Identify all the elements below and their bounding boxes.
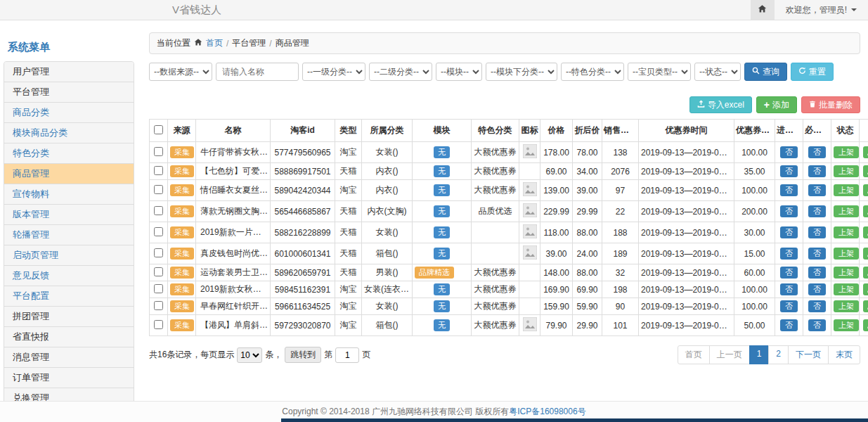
import-select-toggle[interactable]: 否 <box>780 165 798 177</box>
page-prev-button[interactable]: 上一页 <box>709 345 750 364</box>
filter-select[interactable]: --状态-- <box>694 63 741 81</box>
import-excel-button[interactable]: 导入excel <box>689 96 752 113</box>
filter-select[interactable]: --宝贝类型-- <box>628 63 691 81</box>
sidebar-subitem-promo-materials[interactable]: 宣传物料 <box>4 184 134 205</box>
add-button[interactable]: + 添加 <box>756 96 797 113</box>
jump-button[interactable]: 跳转到 <box>285 347 321 363</box>
coupon-time: 2019-09-13—2019-09-17 <box>639 298 734 315</box>
row-select-cell <box>150 163 168 180</box>
import-select-toggle[interactable]: 否 <box>780 283 798 295</box>
edit-button[interactable] <box>863 283 868 295</box>
row-checkbox[interactable] <box>154 206 163 215</box>
batch-delete-button[interactable]: 批量删除 <box>801 96 860 113</box>
module-cell: 品牌精选爱上运动 <box>413 264 472 281</box>
edit-button[interactable] <box>863 248 868 260</box>
status-button[interactable]: 上架 <box>834 283 859 295</box>
filter-select[interactable]: --数据来源-- <box>149 63 212 81</box>
must-buy-toggle[interactable]: 否 <box>808 146 826 158</box>
sidebar-item-order-mgmt[interactable]: 订单管理 <box>4 368 134 388</box>
must-buy-toggle[interactable]: 否 <box>808 165 826 177</box>
icp-link[interactable]: 粤ICP备16098006号 <box>509 406 585 418</box>
must-buy-toggle[interactable]: 否 <box>808 205 826 217</box>
icon-cell <box>519 281 540 298</box>
sidebar-subitem-splash-page-mgmt[interactable]: 启动页管理 <box>4 245 134 266</box>
must-buy-toggle[interactable]: 否 <box>808 283 826 295</box>
select-all-checkbox[interactable] <box>154 125 163 134</box>
jump-page-input[interactable] <box>335 347 359 363</box>
row-checkbox[interactable] <box>154 301 163 310</box>
row-checkbox[interactable] <box>154 185 163 194</box>
product-category: 女装() <box>362 298 413 315</box>
import-select-toggle[interactable]: 否 <box>780 267 798 279</box>
must-buy-toggle[interactable]: 否 <box>808 267 826 279</box>
filter-select[interactable]: --模块-- <box>436 63 482 81</box>
status-button[interactable]: 上架 <box>834 205 859 217</box>
reset-button[interactable]: 重置 <box>791 63 834 81</box>
status-button[interactable]: 上架 <box>834 146 859 158</box>
edit-button[interactable] <box>863 146 868 158</box>
sidebar-item-exchange-mgmt[interactable]: 兑换管理 <box>4 388 134 401</box>
sidebar-subitem-platform-config[interactable]: 平台配置 <box>4 286 134 307</box>
status-button[interactable]: 上架 <box>834 300 859 312</box>
import-select-toggle[interactable]: 否 <box>780 319 798 331</box>
import-select-toggle[interactable]: 否 <box>780 248 798 260</box>
breadcrumb-home-link[interactable]: 首页 <box>206 37 223 49</box>
sidebar-item-platform-mgmt[interactable]: 平台管理 <box>4 82 134 103</box>
search-button[interactable]: 查询 <box>744 63 787 81</box>
status-button[interactable]: 上架 <box>834 267 859 279</box>
must-buy-toggle[interactable]: 否 <box>808 300 826 312</box>
sidebar-item-group-buy-mgmt[interactable]: 拼团管理 <box>4 307 134 327</box>
sidebar-subitem-goods-category[interactable]: 商品分类 <box>4 103 134 123</box>
import-select-toggle[interactable]: 否 <box>780 146 798 158</box>
page-next-button[interactable]: 下一页 <box>788 345 829 364</box>
row-checkbox[interactable] <box>154 166 163 175</box>
row-checkbox[interactable] <box>154 227 163 236</box>
must-buy-toggle[interactable]: 否 <box>808 184 826 196</box>
edit-button[interactable] <box>863 267 868 279</box>
sidebar-item-express-report[interactable]: 省直快报 <box>4 327 134 347</box>
page-1-button[interactable]: 1 <box>749 345 770 364</box>
edit-button[interactable] <box>863 184 868 196</box>
edit-button[interactable] <box>863 300 868 312</box>
page-size-select[interactable]: 10 <box>237 347 262 363</box>
sidebar-subitem-feature-category[interactable]: 特色分类 <box>4 143 134 164</box>
sidebar-subitem-version-mgmt[interactable]: 版本管理 <box>4 205 134 225</box>
edit-button[interactable] <box>863 205 868 217</box>
import-select-toggle[interactable]: 否 <box>780 226 798 238</box>
must-buy-toggle[interactable]: 否 <box>808 226 826 238</box>
row-checkbox[interactable] <box>154 267 163 276</box>
filter-select[interactable]: --一级分类-- <box>302 63 365 81</box>
filter-select[interactable]: --特色分类-- <box>561 63 624 81</box>
sidebar-subitem-feedback[interactable]: 意见反馈 <box>4 266 134 286</box>
edit-button[interactable] <box>863 165 868 177</box>
must-buy-toggle[interactable]: 否 <box>808 319 826 331</box>
status-button[interactable]: 上架 <box>834 319 859 331</box>
row-checkbox[interactable] <box>154 248 163 257</box>
page-last-button[interactable]: 末页 <box>828 345 860 364</box>
edit-button[interactable] <box>863 226 868 238</box>
page-2-button[interactable]: 2 <box>768 345 789 364</box>
row-checkbox[interactable] <box>154 147 163 156</box>
sidebar-subitem-module-goods-category[interactable]: 模块商品分类 <box>4 123 134 143</box>
row-checkbox[interactable] <box>154 320 163 329</box>
filter-select[interactable]: --二级分类-- <box>369 63 432 81</box>
status-button[interactable]: 上架 <box>834 165 859 177</box>
status-button[interactable]: 上架 <box>834 248 859 260</box>
user-menu[interactable]: 欢迎您，管理员! <box>775 0 868 20</box>
sidebar-subitem-carousel-mgmt[interactable]: 轮播管理 <box>4 225 134 245</box>
sidebar-item-message-mgmt[interactable]: 消息管理 <box>4 347 134 368</box>
sidebar-subitem-goods-mgmt[interactable]: 商品管理 <box>4 164 134 184</box>
import-select-toggle[interactable]: 否 <box>780 184 798 196</box>
status-button[interactable]: 上架 <box>834 226 859 238</box>
status-button[interactable]: 上架 <box>834 184 859 196</box>
page-first-button[interactable]: 首页 <box>678 345 710 364</box>
must-buy-toggle[interactable]: 否 <box>808 248 826 260</box>
filter-select[interactable]: --模块下分类-- <box>486 63 557 81</box>
sidebar-item-user-mgmt[interactable]: 用户管理 <box>4 62 134 82</box>
edit-button[interactable] <box>863 319 868 331</box>
name-search-input[interactable] <box>216 63 299 81</box>
import-select-toggle[interactable]: 否 <box>780 205 798 217</box>
home-button[interactable] <box>751 0 775 20</box>
row-checkbox[interactable] <box>154 284 163 293</box>
import-select-toggle[interactable]: 否 <box>780 300 798 312</box>
